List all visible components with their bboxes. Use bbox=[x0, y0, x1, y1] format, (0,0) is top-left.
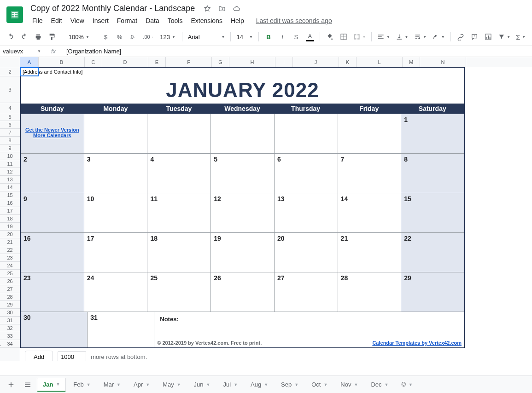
footer-link[interactable]: Calendar Templates by Vertex42.com bbox=[372, 340, 462, 346]
row-header[interactable]: 3 bbox=[0, 76, 20, 103]
rotate-button[interactable]: ▼ bbox=[430, 31, 447, 43]
name-box[interactable]: valuevx▼ bbox=[0, 46, 44, 57]
calendar-cell[interactable] bbox=[147, 114, 211, 153]
column-header[interactable]: J bbox=[293, 57, 339, 67]
sheet-tab[interactable]: Oct▼ bbox=[306, 378, 333, 392]
row-header[interactable]: 34 bbox=[0, 340, 20, 348]
calendar-cell[interactable]: 26 bbox=[211, 272, 275, 312]
calendar-cell[interactable]: 23 bbox=[21, 272, 84, 312]
row-header[interactable]: 26 bbox=[0, 277, 20, 285]
calendar-cell[interactable] bbox=[211, 114, 275, 153]
link-button[interactable] bbox=[455, 31, 467, 43]
row-header[interactable]: 16 bbox=[0, 199, 20, 207]
calendar-cell[interactable]: 15 bbox=[401, 193, 464, 232]
calendar-cell[interactable]: 9 bbox=[21, 193, 84, 232]
fill-color-button[interactable] bbox=[324, 31, 336, 43]
row-header[interactable]: 8 bbox=[0, 137, 20, 144]
row-header[interactable]: 30 bbox=[0, 309, 20, 317]
sheet-tab[interactable]: Nov▼ bbox=[335, 378, 363, 392]
redo-button[interactable] bbox=[18, 31, 30, 43]
calendar-cell[interactable]: 14 bbox=[338, 193, 402, 232]
menu-tools[interactable]: Tools bbox=[164, 15, 187, 26]
row-header[interactable]: 27 bbox=[0, 285, 20, 293]
move-icon[interactable] bbox=[218, 5, 226, 13]
select-all-corner[interactable] bbox=[0, 57, 20, 67]
h-align-button[interactable]: ▼ bbox=[375, 31, 392, 43]
paint-format-button[interactable] bbox=[46, 31, 58, 43]
bold-button[interactable]: B bbox=[263, 31, 275, 43]
zoom-select[interactable]: 100%▼ bbox=[66, 31, 92, 43]
calendar-cell[interactable]: Get the Newer VersionMore Calendars bbox=[21, 114, 84, 153]
row-header[interactable]: 28 bbox=[0, 293, 20, 301]
address-cell[interactable]: [Address and Contact Info] bbox=[21, 68, 464, 77]
calendar-cell[interactable]: 31 bbox=[88, 312, 154, 347]
column-header[interactable]: N bbox=[420, 57, 466, 67]
doc-title[interactable]: Copy of 2022 Monthly Calendar - Landscap… bbox=[29, 3, 197, 14]
column-header[interactable]: H bbox=[229, 57, 275, 67]
column-header[interactable]: M bbox=[403, 57, 420, 67]
row-header[interactable]: 24 bbox=[0, 262, 20, 270]
row-header[interactable]: 33 bbox=[0, 332, 20, 340]
comment-button[interactable] bbox=[468, 31, 480, 43]
row-header[interactable]: 21 bbox=[0, 238, 20, 246]
functions-button[interactable]: Σ▼ bbox=[514, 31, 527, 43]
row-header[interactable]: 7 bbox=[0, 129, 20, 137]
calendar-cell[interactable]: 6 bbox=[275, 154, 338, 193]
calendar-title[interactable]: JANUARY 2022 bbox=[21, 77, 464, 104]
notes-cell[interactable]: Notes: © 2012-2019 by Vertex42.com. Free… bbox=[154, 312, 464, 347]
calendar-cell[interactable] bbox=[275, 114, 338, 153]
calendar-cell[interactable]: 3 bbox=[84, 154, 148, 193]
row-header[interactable]: 4 bbox=[0, 103, 20, 113]
row-header[interactable]: 15 bbox=[0, 191, 20, 199]
sheet-content[interactable]: [Address and Contact Info] JANUARY 2022 … bbox=[20, 67, 532, 361]
newer-version-link[interactable]: Get the Newer Version bbox=[23, 127, 81, 133]
v-align-button[interactable]: ▼ bbox=[394, 31, 410, 43]
add-rows-button[interactable]: Add bbox=[25, 351, 53, 361]
calendar-cell[interactable]: 7 bbox=[338, 154, 402, 193]
font-size-select[interactable]: 14▼ bbox=[234, 31, 255, 43]
column-header[interactable]: B bbox=[39, 57, 85, 67]
print-button[interactable] bbox=[32, 31, 44, 43]
currency-button[interactable]: $ bbox=[100, 31, 112, 43]
calendar-cell[interactable]: 30 bbox=[21, 312, 88, 347]
calendar-cell[interactable]: 5 bbox=[211, 154, 275, 193]
calendar-cell[interactable]: 12 bbox=[211, 193, 275, 232]
calendar-cell[interactable]: 17 bbox=[84, 233, 148, 272]
merge-button[interactable]: ▼ bbox=[351, 31, 368, 43]
italic-button[interactable]: I bbox=[276, 31, 288, 43]
number-format-select[interactable]: 123▼ bbox=[157, 31, 178, 43]
wrap-button[interactable]: ▼ bbox=[412, 31, 429, 43]
undo-button[interactable] bbox=[5, 31, 17, 43]
column-header[interactable]: L bbox=[357, 57, 403, 67]
menu-edit[interactable]: Edit bbox=[47, 15, 66, 26]
chart-button[interactable] bbox=[482, 31, 494, 43]
calendar-cell[interactable]: 4 bbox=[147, 154, 211, 193]
calendar-cell[interactable]: 25 bbox=[147, 272, 211, 312]
decrease-decimal-button[interactable]: .0← bbox=[128, 31, 140, 43]
calendar-cell[interactable] bbox=[338, 114, 402, 153]
menu-insert[interactable]: Insert bbox=[89, 15, 112, 26]
row-header[interactable]: 20 bbox=[0, 231, 20, 238]
add-sheet-button[interactable] bbox=[4, 378, 18, 392]
calendar-cell[interactable]: 21 bbox=[338, 233, 402, 272]
last-edit-link[interactable]: Last edit was seconds ago bbox=[256, 17, 332, 24]
column-header[interactable]: D bbox=[102, 57, 148, 67]
row-header[interactable]: 18 bbox=[0, 215, 20, 223]
column-header[interactable]: I bbox=[275, 57, 293, 67]
more-calendars-link[interactable]: More Calendars bbox=[23, 133, 81, 138]
calendar-cell[interactable]: 16 bbox=[21, 233, 84, 272]
row-header[interactable]: 10 bbox=[0, 152, 20, 160]
formula-bar[interactable]: [Organization Name] bbox=[63, 48, 532, 55]
borders-button[interactable] bbox=[338, 31, 350, 43]
sheet-tab[interactable]: Aug▼ bbox=[245, 378, 274, 392]
font-select[interactable]: Arial▼ bbox=[186, 31, 227, 43]
column-header[interactable]: K bbox=[339, 57, 357, 67]
row-header[interactable]: 13 bbox=[0, 176, 20, 184]
row-header[interactable]: 23 bbox=[0, 254, 20, 262]
column-header[interactable]: G bbox=[212, 57, 229, 67]
sheet-tab[interactable]: ©▼ bbox=[396, 378, 418, 392]
star-icon[interactable] bbox=[203, 5, 211, 13]
increase-decimal-button[interactable]: .00→ bbox=[141, 31, 156, 43]
menu-extensions[interactable]: Extensions bbox=[187, 15, 226, 26]
calendar-cell[interactable]: 28 bbox=[338, 272, 402, 312]
